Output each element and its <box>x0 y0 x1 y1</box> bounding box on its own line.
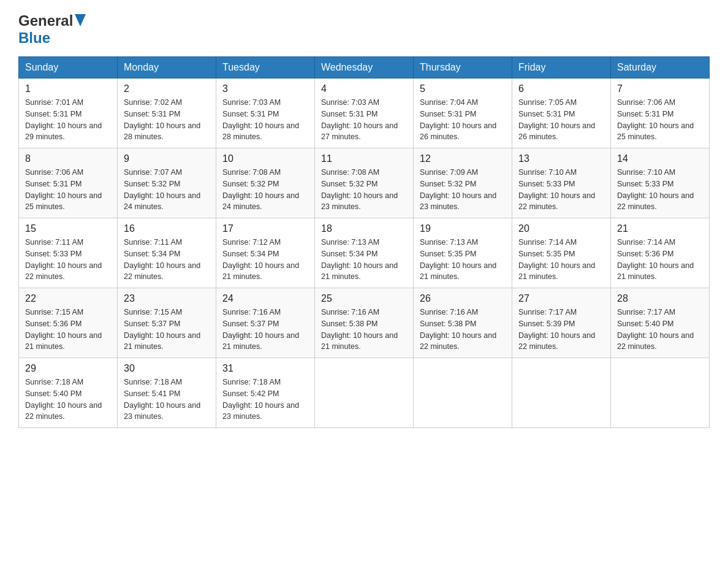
day-info: Sunrise: 7:13 AMSunset: 5:35 PMDaylight:… <box>420 238 496 281</box>
calendar-cell: 4 Sunrise: 7:03 AMSunset: 5:31 PMDayligh… <box>315 79 414 148</box>
day-info: Sunrise: 7:16 AMSunset: 5:38 PMDaylight:… <box>321 308 398 351</box>
day-info: Sunrise: 7:18 AMSunset: 5:42 PMDaylight:… <box>222 378 299 421</box>
day-number: 31 <box>222 363 308 374</box>
calendar-cell: 30 Sunrise: 7:18 AMSunset: 5:41 PMDaylig… <box>118 358 216 428</box>
day-number: 20 <box>518 223 604 234</box>
day-info: Sunrise: 7:01 AMSunset: 5:31 PMDaylight:… <box>25 98 102 141</box>
day-number: 5 <box>420 83 506 94</box>
day-info: Sunrise: 7:15 AMSunset: 5:36 PMDaylight:… <box>25 308 102 351</box>
day-info: Sunrise: 7:17 AMSunset: 5:39 PMDaylight:… <box>518 308 595 351</box>
calendar-cell: 19 Sunrise: 7:13 AMSunset: 5:35 PMDaylig… <box>414 218 512 288</box>
svg-marker-0 <box>75 14 86 26</box>
day-info: Sunrise: 7:10 AMSunset: 5:33 PMDaylight:… <box>518 168 595 211</box>
week-row-5: 29 Sunrise: 7:18 AMSunset: 5:40 PMDaylig… <box>19 358 710 428</box>
calendar-cell: 18 Sunrise: 7:13 AMSunset: 5:34 PMDaylig… <box>315 218 414 288</box>
day-info: Sunrise: 7:16 AMSunset: 5:38 PMDaylight:… <box>420 308 496 351</box>
day-number: 23 <box>124 293 210 304</box>
day-number: 30 <box>124 363 210 374</box>
calendar-cell: 23 Sunrise: 7:15 AMSunset: 5:37 PMDaylig… <box>118 288 216 358</box>
day-info: Sunrise: 7:04 AMSunset: 5:31 PMDaylight:… <box>420 98 496 141</box>
day-number: 26 <box>420 293 506 304</box>
day-number: 21 <box>617 223 703 234</box>
logo-blue-text: Blue <box>18 29 50 46</box>
day-number: 28 <box>617 293 703 304</box>
header-day-tuesday: Tuesday <box>216 57 315 79</box>
logo-arrow-icon <box>75 14 86 29</box>
calendar-cell: 29 Sunrise: 7:18 AMSunset: 5:40 PMDaylig… <box>19 358 118 428</box>
logo-general-text: General <box>18 12 73 29</box>
calendar-cell: 28 Sunrise: 7:17 AMSunset: 5:40 PMDaylig… <box>611 288 710 358</box>
week-row-2: 8 Sunrise: 7:06 AMSunset: 5:31 PMDayligh… <box>19 148 710 218</box>
day-number: 17 <box>222 223 308 234</box>
day-info: Sunrise: 7:11 AMSunset: 5:33 PMDaylight:… <box>25 238 102 281</box>
day-number: 24 <box>222 293 308 304</box>
calendar-cell: 3 Sunrise: 7:03 AMSunset: 5:31 PMDayligh… <box>216 79 315 148</box>
calendar-cell: 15 Sunrise: 7:11 AMSunset: 5:33 PMDaylig… <box>19 218 118 288</box>
day-info: Sunrise: 7:14 AMSunset: 5:36 PMDaylight:… <box>617 238 694 281</box>
calendar-cell: 1 Sunrise: 7:01 AMSunset: 5:31 PMDayligh… <box>19 79 118 148</box>
day-number: 2 <box>124 83 210 94</box>
day-number: 11 <box>321 153 407 164</box>
day-info: Sunrise: 7:02 AMSunset: 5:31 PMDaylight:… <box>124 98 200 141</box>
calendar-cell: 7 Sunrise: 7:06 AMSunset: 5:31 PMDayligh… <box>611 79 710 148</box>
day-info: Sunrise: 7:18 AMSunset: 5:40 PMDaylight:… <box>25 378 102 421</box>
header-day-sunday: Sunday <box>19 57 118 79</box>
day-info: Sunrise: 7:12 AMSunset: 5:34 PMDaylight:… <box>222 238 299 281</box>
day-info: Sunrise: 7:03 AMSunset: 5:31 PMDaylight:… <box>321 98 398 141</box>
day-number: 12 <box>420 153 506 164</box>
calendar-cell: 20 Sunrise: 7:14 AMSunset: 5:35 PMDaylig… <box>512 218 611 288</box>
calendar-cell: 2 Sunrise: 7:02 AMSunset: 5:31 PMDayligh… <box>118 79 216 148</box>
header-day-wednesday: Wednesday <box>315 57 414 79</box>
day-number: 7 <box>617 83 703 94</box>
calendar-cell: 9 Sunrise: 7:07 AMSunset: 5:32 PMDayligh… <box>118 148 216 218</box>
day-number: 25 <box>321 293 407 304</box>
day-number: 8 <box>25 153 111 164</box>
day-number: 27 <box>518 293 604 304</box>
header-row: SundayMondayTuesdayWednesdayThursdayFrid… <box>19 57 710 79</box>
calendar-cell: 27 Sunrise: 7:17 AMSunset: 5:39 PMDaylig… <box>512 288 611 358</box>
calendar-cell: 6 Sunrise: 7:05 AMSunset: 5:31 PMDayligh… <box>512 79 611 148</box>
day-info: Sunrise: 7:05 AMSunset: 5:31 PMDaylight:… <box>518 98 595 141</box>
calendar-cell: 11 Sunrise: 7:08 AMSunset: 5:32 PMDaylig… <box>315 148 414 218</box>
day-number: 9 <box>124 153 210 164</box>
day-number: 29 <box>25 363 111 374</box>
day-number: 14 <box>617 153 703 164</box>
day-info: Sunrise: 7:17 AMSunset: 5:40 PMDaylight:… <box>617 308 694 351</box>
day-number: 13 <box>518 153 604 164</box>
day-number: 6 <box>518 83 604 94</box>
day-info: Sunrise: 7:08 AMSunset: 5:32 PMDaylight:… <box>321 168 398 211</box>
day-info: Sunrise: 7:18 AMSunset: 5:41 PMDaylight:… <box>124 378 200 421</box>
calendar-cell: 31 Sunrise: 7:18 AMSunset: 5:42 PMDaylig… <box>216 358 315 428</box>
day-info: Sunrise: 7:08 AMSunset: 5:32 PMDaylight:… <box>222 168 299 211</box>
calendar-cell: 25 Sunrise: 7:16 AMSunset: 5:38 PMDaylig… <box>315 288 414 358</box>
day-info: Sunrise: 7:07 AMSunset: 5:32 PMDaylight:… <box>124 168 200 211</box>
day-number: 1 <box>25 83 111 94</box>
calendar-cell: 24 Sunrise: 7:16 AMSunset: 5:37 PMDaylig… <box>216 288 315 358</box>
calendar-table: SundayMondayTuesdayWednesdayThursdayFrid… <box>18 56 710 428</box>
calendar-cell: 10 Sunrise: 7:08 AMSunset: 5:32 PMDaylig… <box>216 148 315 218</box>
day-info: Sunrise: 7:16 AMSunset: 5:37 PMDaylight:… <box>222 308 299 351</box>
day-info: Sunrise: 7:13 AMSunset: 5:34 PMDaylight:… <box>321 238 398 281</box>
day-number: 4 <box>321 83 407 94</box>
day-number: 19 <box>420 223 506 234</box>
day-number: 18 <box>321 223 407 234</box>
day-info: Sunrise: 7:11 AMSunset: 5:34 PMDaylight:… <box>124 238 200 281</box>
calendar-cell: 21 Sunrise: 7:14 AMSunset: 5:36 PMDaylig… <box>611 218 710 288</box>
header-day-friday: Friday <box>512 57 611 79</box>
day-number: 15 <box>25 223 111 234</box>
day-info: Sunrise: 7:06 AMSunset: 5:31 PMDaylight:… <box>617 98 694 141</box>
calendar-cell: 13 Sunrise: 7:10 AMSunset: 5:33 PMDaylig… <box>512 148 611 218</box>
calendar-body: 1 Sunrise: 7:01 AMSunset: 5:31 PMDayligh… <box>19 79 710 428</box>
header-day-saturday: Saturday <box>611 57 710 79</box>
calendar-cell: 5 Sunrise: 7:04 AMSunset: 5:31 PMDayligh… <box>414 79 512 148</box>
day-info: Sunrise: 7:10 AMSunset: 5:33 PMDaylight:… <box>617 168 694 211</box>
calendar-cell: 14 Sunrise: 7:10 AMSunset: 5:33 PMDaylig… <box>611 148 710 218</box>
day-number: 16 <box>124 223 210 234</box>
calendar-cell <box>315 358 414 428</box>
week-row-4: 22 Sunrise: 7:15 AMSunset: 5:36 PMDaylig… <box>19 288 710 358</box>
calendar-cell: 26 Sunrise: 7:16 AMSunset: 5:38 PMDaylig… <box>414 288 512 358</box>
header-day-thursday: Thursday <box>414 57 512 79</box>
day-info: Sunrise: 7:14 AMSunset: 5:35 PMDaylight:… <box>518 238 595 281</box>
day-number: 22 <box>25 293 111 304</box>
calendar-cell <box>611 358 710 428</box>
